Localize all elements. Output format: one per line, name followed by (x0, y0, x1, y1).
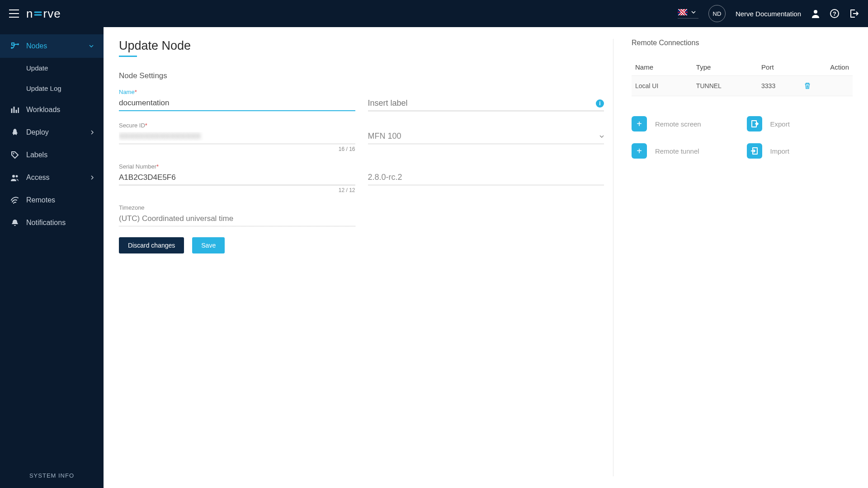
trash-icon (804, 82, 811, 89)
help-button[interactable]: ? (830, 9, 839, 18)
remote-screen-button[interactable]: + Remote screen (632, 116, 738, 131)
language-dropdown[interactable] (678, 9, 698, 19)
help-icon: ? (830, 9, 839, 18)
import-button[interactable]: Import (747, 143, 853, 159)
remote-tunnel-button[interactable]: + Remote tunnel (632, 143, 738, 159)
svg-point-4 (11, 47, 13, 49)
user-name: Nerve Documentation (736, 10, 801, 18)
chevron-down-icon (691, 11, 696, 14)
sidebar: Nodes Update Update Log Workloads (0, 27, 104, 488)
chevron-right-icon (91, 130, 94, 135)
rc-header-type: Type (693, 59, 758, 76)
sidebar-item-update-log[interactable]: Update Log (0, 78, 104, 99)
bell-icon (10, 219, 20, 227)
serial-input[interactable] (119, 171, 355, 185)
chevron-down-icon (599, 135, 604, 138)
save-button[interactable]: Save (192, 237, 225, 253)
svg-point-0 (814, 10, 817, 14)
sidebar-item-workloads[interactable]: Workloads (0, 99, 104, 121)
export-icon (747, 116, 762, 131)
timezone-input[interactable] (119, 212, 355, 226)
access-icon (10, 174, 20, 181)
name-label: Name* (119, 89, 355, 95)
hamburger-icon (9, 9, 19, 18)
sidebar-item-label: Access (26, 174, 50, 182)
person-icon (811, 9, 820, 18)
sidebar-item-label: Labels (26, 151, 47, 159)
logout-icon (849, 9, 859, 19)
import-icon (747, 143, 762, 159)
svg-point-7 (16, 175, 18, 178)
svg-text:?: ? (833, 10, 836, 17)
discard-button[interactable]: Discard changes (119, 237, 184, 253)
serial-counter: 12 / 12 (119, 187, 355, 193)
timezone-label: Timezone (119, 204, 355, 211)
remote-connections-table: Name Type Port Action Local UI TUNNEL 33… (632, 59, 853, 96)
logout-button[interactable] (849, 9, 859, 19)
sidebar-item-label: Notifications (26, 219, 66, 227)
sidebar-item-label: Workloads (26, 106, 60, 114)
app-logo: n rve (26, 7, 61, 21)
sidebar-item-update[interactable]: Update (0, 58, 104, 78)
avatar-initials: ND (713, 10, 722, 17)
serial-label: Serial Number* (119, 163, 355, 170)
deploy-icon (10, 128, 20, 136)
logo-equals-icon (33, 9, 42, 18)
version-value: 2.8.0-rc.2 (368, 170, 604, 185)
secure-id-counter: 16 / 16 (119, 146, 355, 152)
svg-point-6 (12, 175, 15, 178)
sidebar-item-access[interactable]: Access (0, 166, 104, 189)
rc-action-label: Import (770, 147, 790, 155)
delete-button[interactable] (804, 82, 849, 89)
rc-header-action: Action (800, 59, 853, 76)
secure-id-label: Secure ID* (119, 122, 355, 129)
sidebar-item-notifications[interactable]: Notifications (0, 211, 104, 234)
labels-icon (10, 151, 20, 159)
sidebar-item-deploy[interactable]: Deploy (0, 121, 104, 144)
model-select[interactable]: MFN 100 (368, 129, 604, 144)
sidebar-item-label: Deploy (26, 128, 49, 136)
sidebar-item-label: Update (26, 64, 48, 72)
avatar[interactable]: ND (708, 5, 726, 22)
insert-label-input[interactable] (368, 96, 604, 111)
remote-connections-title: Remote Connections (632, 39, 853, 47)
section-title: Node Settings (119, 71, 604, 80)
rc-cell-name: Local UI (632, 76, 693, 96)
rc-action-label: Remote tunnel (655, 147, 699, 155)
rc-cell-type: TUNNEL (693, 76, 758, 96)
workloads-icon (10, 106, 20, 114)
rc-action-label: Remote screen (655, 120, 701, 128)
svg-point-3 (17, 43, 19, 45)
profile-button[interactable] (811, 9, 820, 18)
sidebar-item-label: Nodes (26, 42, 47, 50)
chevron-right-icon (91, 175, 94, 180)
rc-cell-port: 3333 (758, 76, 800, 96)
plus-icon: + (632, 143, 647, 159)
rc-action-label: Export (770, 120, 790, 128)
sidebar-item-label: Remotes (26, 196, 55, 204)
secure-id-input[interactable] (119, 130, 355, 144)
sidebar-item-label: Update Log (26, 84, 61, 92)
table-row[interactable]: Local UI TUNNEL 3333 (632, 76, 853, 96)
sidebar-item-remotes[interactable]: Remotes (0, 189, 104, 211)
svg-point-5 (13, 153, 14, 155)
export-button[interactable]: Export (747, 116, 853, 131)
chevron-down-icon (89, 45, 94, 47)
model-value: MFN 100 (368, 131, 401, 141)
uk-flag-icon (678, 9, 688, 15)
name-input[interactable] (119, 96, 355, 111)
rc-header-port: Port (758, 59, 800, 76)
title-underline (119, 56, 137, 57)
plus-icon: + (632, 116, 647, 131)
menu-toggle-button[interactable] (9, 9, 19, 18)
info-icon[interactable]: i (596, 99, 604, 108)
rc-header-name: Name (632, 59, 693, 76)
nodes-icon (10, 42, 20, 51)
app-header: n rve ND Nerve Documentation ? (0, 0, 868, 27)
sidebar-item-nodes[interactable]: Nodes (0, 34, 104, 58)
page-title: Update Node (119, 39, 604, 53)
remotes-icon (10, 196, 20, 204)
sidebar-system-info[interactable]: SYSTEM INFO (0, 463, 104, 488)
sidebar-item-labels[interactable]: Labels (0, 144, 104, 166)
